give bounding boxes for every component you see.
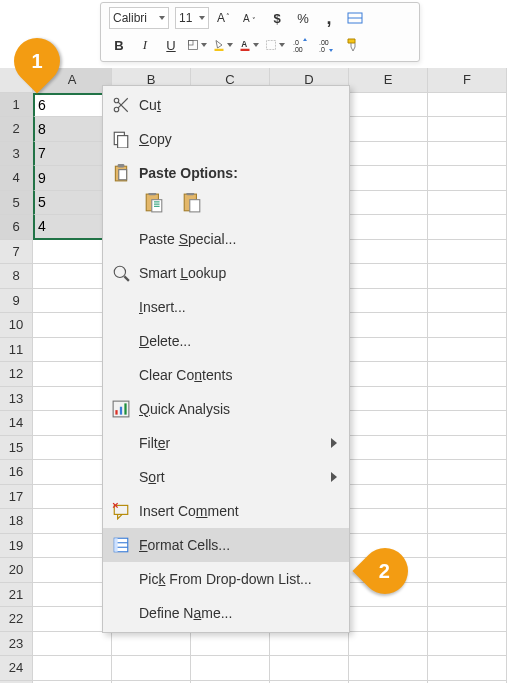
cell-A5[interactable]: 5 — [33, 191, 112, 216]
ctx-filter[interactable]: Filter — [103, 426, 349, 460]
merge-center-icon[interactable] — [345, 8, 365, 28]
ctx-clear-contents[interactable]: Clear Contents — [103, 358, 349, 392]
accounting-format-icon[interactable]: $ — [267, 8, 287, 28]
cell[interactable] — [33, 387, 112, 412]
row-header[interactable]: 22 — [0, 607, 33, 632]
cell[interactable] — [33, 436, 112, 461]
cell-A2[interactable]: 8 — [33, 117, 112, 142]
cell[interactable] — [428, 411, 507, 436]
cell-A4[interactable]: 9 — [33, 166, 112, 191]
cell[interactable] — [428, 191, 507, 216]
row-header[interactable]: 24 — [0, 656, 33, 681]
underline-icon[interactable]: U — [161, 35, 181, 55]
ctx-paste-special[interactable]: Paste Special... — [103, 222, 349, 256]
ctx-smart-lookup[interactable]: Smart Lookup — [103, 256, 349, 290]
cell[interactable] — [349, 338, 428, 363]
comma-format-icon[interactable]: , — [319, 8, 339, 28]
cell[interactable] — [33, 411, 112, 436]
cell[interactable] — [33, 558, 112, 583]
cell[interactable] — [349, 485, 428, 510]
cell[interactable] — [270, 656, 349, 681]
cell[interactable] — [428, 264, 507, 289]
row-header[interactable]: 6 — [0, 215, 33, 240]
cell[interactable] — [33, 583, 112, 608]
row-header[interactable]: 19 — [0, 534, 33, 559]
row-header[interactable]: 23 — [0, 632, 33, 657]
increase-font-icon[interactable]: A˄ — [215, 8, 235, 28]
cell[interactable] — [33, 313, 112, 338]
cell[interactable] — [191, 632, 270, 657]
row-header[interactable]: 15 — [0, 436, 33, 461]
cell[interactable] — [428, 509, 507, 534]
cell[interactable] — [349, 240, 428, 265]
cell[interactable] — [428, 607, 507, 632]
font-size-select[interactable]: 11 — [175, 7, 209, 29]
paste-default-icon[interactable] — [141, 190, 167, 216]
cell[interactable] — [349, 362, 428, 387]
ctx-insert-comment[interactable]: Insert Comment — [103, 494, 349, 528]
cell[interactable] — [33, 632, 112, 657]
cell[interactable] — [428, 656, 507, 681]
row-header[interactable]: 21 — [0, 583, 33, 608]
cell[interactable] — [428, 534, 507, 559]
cell[interactable] — [33, 607, 112, 632]
cell[interactable] — [33, 338, 112, 363]
row-header[interactable]: 11 — [0, 338, 33, 363]
cell[interactable] — [33, 289, 112, 314]
percent-format-icon[interactable]: % — [293, 8, 313, 28]
row-header[interactable]: 7 — [0, 240, 33, 265]
ctx-copy[interactable]: Copy — [103, 122, 349, 156]
cell[interactable] — [349, 607, 428, 632]
cell[interactable] — [428, 460, 507, 485]
cell[interactable] — [33, 264, 112, 289]
row-header[interactable]: 12 — [0, 362, 33, 387]
cell[interactable] — [33, 656, 112, 681]
cell[interactable] — [428, 313, 507, 338]
cell[interactable] — [33, 485, 112, 510]
ctx-sort[interactable]: Sort — [103, 460, 349, 494]
col-header-E[interactable]: E — [349, 68, 428, 93]
cell[interactable] — [349, 142, 428, 167]
font-name-select[interactable]: Calibri — [109, 7, 169, 29]
cell[interactable] — [428, 93, 507, 118]
ctx-define-name[interactable]: Define Name... — [103, 596, 349, 630]
bold-icon[interactable]: B — [109, 35, 129, 55]
ctx-quick-analysis[interactable]: Quick Analysis — [103, 392, 349, 426]
cell[interactable] — [349, 460, 428, 485]
col-header-F[interactable]: F — [428, 68, 507, 93]
fill-color-icon[interactable] — [213, 35, 233, 55]
cell[interactable] — [112, 632, 191, 657]
cell[interactable] — [349, 166, 428, 191]
ctx-insert[interactable]: Insert... — [103, 290, 349, 324]
font-color-icon[interactable]: A — [239, 35, 259, 55]
row-header[interactable]: 2 — [0, 117, 33, 142]
cell-A6[interactable]: 4 — [33, 215, 112, 240]
cell[interactable] — [428, 558, 507, 583]
cell[interactable] — [349, 289, 428, 314]
paste-values-icon[interactable] — [179, 190, 205, 216]
row-header[interactable]: 4 — [0, 166, 33, 191]
cell[interactable] — [349, 632, 428, 657]
ctx-cut[interactable]: Cut — [103, 88, 349, 122]
cell[interactable] — [428, 387, 507, 412]
cell[interactable] — [349, 264, 428, 289]
decrease-font-icon[interactable]: A˅ — [241, 8, 261, 28]
cell[interactable] — [33, 460, 112, 485]
cell-A1[interactable]: 6 — [33, 93, 112, 118]
cell[interactable] — [428, 632, 507, 657]
cell[interactable] — [33, 534, 112, 559]
cell[interactable] — [33, 240, 112, 265]
cell[interactable] — [428, 215, 507, 240]
cell[interactable] — [349, 656, 428, 681]
ctx-format-cells[interactable]: Format Cells... — [103, 528, 349, 562]
row-header[interactable]: 20 — [0, 558, 33, 583]
format-painter-icon[interactable] — [343, 35, 363, 55]
cell[interactable] — [349, 411, 428, 436]
row-header[interactable]: 14 — [0, 411, 33, 436]
cell[interactable] — [33, 362, 112, 387]
row-header[interactable]: 17 — [0, 485, 33, 510]
cell[interactable] — [428, 362, 507, 387]
cell[interactable] — [428, 485, 507, 510]
cell[interactable] — [428, 240, 507, 265]
row-header[interactable]: 9 — [0, 289, 33, 314]
